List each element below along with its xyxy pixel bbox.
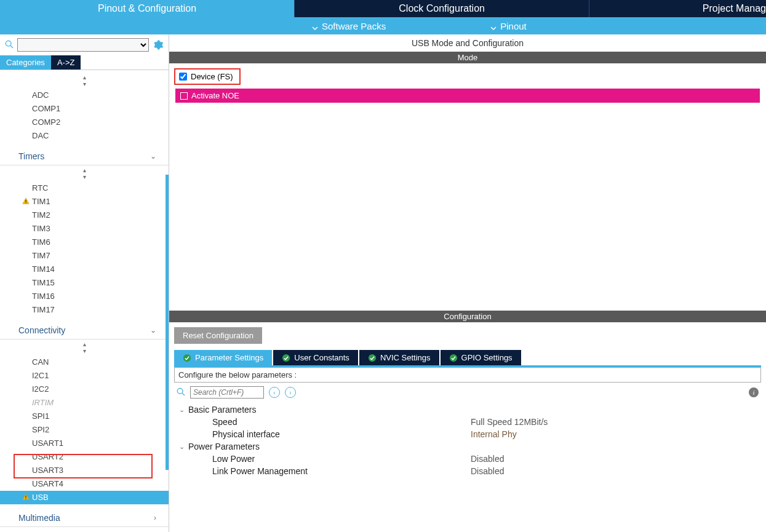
svg-point-0 [6, 41, 11, 46]
param-lowpower[interactable]: Low Power Disabled [179, 453, 756, 465]
reset-config-button[interactable]: Reset Configuration [174, 327, 262, 344]
tree-item[interactable]: RTC [0, 181, 169, 195]
peripheral-tree[interactable]: ▴▾ ADCCOMP1COMP2DAC Timers ⌄ ▴▾ RTCTIM1T… [0, 70, 169, 532]
svg-rect-4 [25, 496, 26, 498]
chevron-down-icon: ⌄ [150, 152, 156, 161]
group-basic-params[interactable]: ⌄ Basic Parameters [179, 403, 756, 416]
search-combo[interactable] [17, 38, 149, 52]
collapse-handle-icon[interactable]: ▴▾ [0, 73, 169, 89]
tree-item[interactable]: I2C1 [0, 369, 169, 383]
svg-point-6 [183, 354, 191, 361]
tab-pinout-config[interactable]: Pinout & Configuration [0, 0, 294, 17]
warning-icon [22, 197, 30, 204]
param-lowpower-val: Disabled [471, 454, 504, 464]
param-linkpower[interactable]: Link Power Management Disabled [179, 465, 756, 477]
param-speed[interactable]: Speed Full Speed 12MBit/s [179, 416, 756, 428]
tree-item[interactable]: USB [0, 491, 169, 504]
highlight-box [14, 454, 153, 478]
warning-icon [22, 493, 30, 500]
svg-point-8 [369, 354, 376, 361]
tab-alpha[interactable]: A->Z [51, 55, 81, 69]
tree-item[interactable]: TIM17 [0, 303, 169, 317]
collapse-handle-icon[interactable]: ▴▾ [0, 165, 169, 181]
svg-point-10 [177, 388, 183, 394]
config-description: Configure the below parameters : [174, 367, 761, 383]
tab-categories[interactable]: Categories [0, 55, 51, 69]
tree-item[interactable]: TIM2 [0, 208, 169, 222]
search-icon [5, 40, 14, 50]
tree-item[interactable]: TIM7 [0, 249, 169, 263]
group-power-params[interactable]: ⌄ Power Parameters [179, 440, 756, 453]
gear-icon[interactable] [153, 39, 164, 50]
tree-item[interactable]: SPI2 [0, 423, 169, 437]
tree-item[interactable]: TIM1 [0, 195, 169, 208]
left-sidebar: Categories A->Z ▴▾ ADCCOMP1COMP2DAC Time… [0, 34, 169, 532]
tree-item[interactable]: USART1 [0, 437, 169, 450]
search-row [0, 34, 169, 55]
config-tabs: Parameter Settings User Constants NVIC S… [174, 350, 761, 367]
activate-noe-row[interactable]: Activate NOE [175, 89, 760, 103]
tab-user-label: User Constants [294, 353, 349, 362]
param-phy[interactable]: Physical interface Internal Phy [179, 428, 756, 440]
tree-item[interactable]: I2C2 [0, 383, 169, 396]
param-lowpower-key: Low Power [212, 454, 471, 464]
tree-item[interactable]: TIM14 [0, 263, 169, 276]
tab-parameter-settings[interactable]: Parameter Settings [174, 350, 272, 365]
param-search-input[interactable] [190, 386, 264, 399]
tree-item[interactable]: TIM15 [0, 276, 169, 290]
group-multimedia[interactable]: Multimedia › [0, 509, 169, 527]
group-connectivity-label: Connectivity [18, 325, 65, 335]
group-multimedia-label: Multimedia [18, 513, 60, 523]
tree-item[interactable]: DAC [0, 129, 169, 143]
pinout-menu-label: Pinout [500, 21, 527, 31]
right-panel: USB Mode and Configuration Mode Device (… [169, 34, 766, 532]
category-tabs: Categories A->Z [0, 55, 169, 70]
tree-item[interactable]: TIM3 [0, 222, 169, 236]
device-fs-label: Device (FS) [191, 72, 233, 81]
svg-rect-2 [25, 200, 26, 202]
check-icon [449, 354, 458, 362]
tree-item[interactable]: IRTIM [0, 396, 169, 410]
group-basic-label: Basic Parameters [188, 405, 256, 415]
tree-item[interactable]: USART4 [0, 477, 169, 491]
svg-point-9 [449, 354, 457, 361]
tab-nvic-settings[interactable]: NVIC Settings [359, 350, 439, 365]
group-power-label: Power Parameters [188, 442, 260, 451]
search-next-button[interactable]: › [285, 387, 296, 398]
chevron-down-icon [312, 23, 318, 29]
svg-rect-3 [25, 202, 26, 203]
svg-rect-5 [25, 498, 26, 499]
svg-point-7 [282, 354, 290, 361]
software-packs-menu[interactable]: Software Packs [300, 21, 398, 31]
pinout-menu[interactable]: Pinout [478, 21, 539, 31]
collapse-handle-icon[interactable]: ▴▾ [0, 339, 169, 355]
param-phy-val: Internal Phy [471, 429, 517, 439]
group-connectivity[interactable]: Connectivity ⌄ [0, 322, 169, 339]
tree-item[interactable]: TIM6 [0, 236, 169, 249]
param-phy-key: Physical interface [212, 429, 471, 439]
panel-title: USB Mode and Configuration [169, 34, 766, 52]
tree-item[interactable]: TIM16 [0, 290, 169, 303]
tab-user-constants[interactable]: User Constants [273, 350, 358, 365]
tree-item[interactable]: SPI1 [0, 410, 169, 423]
config-header: Configuration [169, 311, 766, 322]
group-timers[interactable]: Timers ⌄ [0, 148, 169, 165]
activate-noe-checkbox[interactable] [180, 92, 188, 100]
tab-clock-config[interactable]: Clock Configuration [294, 0, 589, 17]
tree-item[interactable]: COMP1 [0, 102, 169, 116]
info-icon[interactable]: i [749, 387, 759, 397]
chevron-down-icon: ⌄ [179, 406, 185, 414]
tab-project-manager[interactable]: Project Manag [589, 0, 766, 17]
group-timers-label: Timers [18, 151, 44, 161]
svg-line-11 [182, 393, 185, 395]
activate-noe-label: Activate NOE [191, 91, 239, 100]
tree-item[interactable]: CAN [0, 355, 169, 369]
chevron-down-icon [490, 23, 497, 29]
tree-item[interactable]: COMP2 [0, 116, 169, 129]
tree-item[interactable]: ADC [0, 89, 169, 102]
device-fs-checkbox[interactable] [179, 73, 187, 81]
chevron-right-icon: › [154, 514, 156, 522]
device-fs-row: Device (FS) [174, 68, 241, 85]
search-prev-button[interactable]: ‹ [269, 387, 280, 398]
tab-gpio-settings[interactable]: GPIO Settings [441, 350, 521, 365]
